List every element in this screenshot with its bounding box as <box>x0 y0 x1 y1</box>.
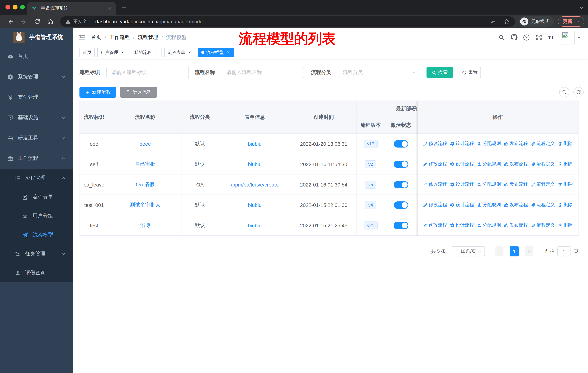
avatar[interactable] <box>561 30 575 44</box>
cell-name-link[interactable]: OA 请假 <box>136 181 155 188</box>
tab-search-chevron-icon[interactable] <box>579 5 584 10</box>
create-flow-button[interactable]: 新建流程 <box>79 87 116 98</box>
action-设计流程[interactable]: 设计流程 <box>450 161 474 167</box>
action-删除[interactable]: 删除 <box>558 181 573 188</box>
cell-name-link[interactable]: 测试多审批人 <box>130 202 160 208</box>
sidebar-logo[interactable]: 芋道管理系统 <box>0 28 73 46</box>
home-button[interactable] <box>47 18 53 25</box>
tag-close-icon[interactable]: × <box>120 50 125 55</box>
show-search-mini-button[interactable] <box>559 87 569 97</box>
action-修改流程[interactable]: 修改流程 <box>423 161 447 167</box>
update-button[interactable]: 更新 <box>558 16 584 27</box>
action-修改流程[interactable]: 修改流程 <box>423 222 447 228</box>
tag-首页[interactable]: 首页 <box>79 48 95 57</box>
refresh-mini-button[interactable] <box>573 87 584 97</box>
action-修改流程[interactable]: 修改流程 <box>423 141 447 147</box>
filter-select-2[interactable]: 流程分类 <box>338 67 420 78</box>
version-tag[interactable]: v5 <box>365 181 376 189</box>
help-icon[interactable] <box>522 33 531 42</box>
action-设计流程[interactable]: 设计流程 <box>450 141 474 147</box>
action-设计流程[interactable]: 设计流程 <box>450 181 474 188</box>
tag-close-icon[interactable]: × <box>187 50 192 55</box>
cell-name-link[interactable]: 滔博 <box>140 222 150 229</box>
action-流程定义[interactable]: 流程定义 <box>531 222 555 228</box>
version-tag[interactable]: v2 <box>365 160 376 168</box>
tab-close-icon[interactable]: ✕ <box>108 6 112 11</box>
sidebar-item-8[interactable]: 用户分组 <box>0 207 73 225</box>
goto-page-input[interactable]: 1 <box>557 246 570 256</box>
sidebar-item-2[interactable]: 支付管理 <box>0 87 73 107</box>
sidebar-item-0[interactable]: 首页 <box>0 46 73 67</box>
tag-close-icon[interactable]: × <box>153 50 158 55</box>
action-分配规则[interactable]: 分配规则 <box>477 181 501 188</box>
cell-name-link[interactable]: eeee <box>139 141 151 147</box>
cell-name-link[interactable]: 自己审批 <box>135 161 155 167</box>
sidebar-item-7[interactable]: 流程表单 <box>0 188 73 207</box>
new-tab-button[interactable] <box>121 4 127 10</box>
active-toggle[interactable] <box>394 181 408 188</box>
action-删除[interactable]: 删除 <box>558 141 573 147</box>
font-size-icon[interactable]: TT <box>547 33 556 42</box>
action-分配规则[interactable]: 分配规则 <box>477 161 501 167</box>
action-发布流程[interactable]: 发布流程 <box>504 141 528 147</box>
security-label[interactable]: 不安全 <box>73 18 87 25</box>
action-发布流程[interactable]: 发布流程 <box>504 181 528 188</box>
cell-form-link[interactable]: biubiu <box>248 222 262 228</box>
forward-button[interactable] <box>21 18 27 25</box>
action-删除[interactable]: 删除 <box>558 202 573 208</box>
current-page-button[interactable]: 1 <box>510 246 519 256</box>
action-发布流程[interactable]: 发布流程 <box>504 202 528 208</box>
action-修改流程[interactable]: 修改流程 <box>423 202 447 208</box>
search-icon[interactable] <box>497 33 506 42</box>
avatar-caret-icon[interactable] <box>577 36 581 39</box>
sidebar-item-6[interactable]: 流程管理 <box>0 169 73 188</box>
active-toggle[interactable] <box>394 161 408 168</box>
tag-我的流程[interactable]: 我的流程× <box>131 48 162 57</box>
action-设计流程[interactable]: 设计流程 <box>450 202 474 208</box>
active-toggle[interactable] <box>394 222 408 229</box>
action-删除[interactable]: 删除 <box>558 222 573 228</box>
filter-input-0[interactable]: 请输入流程标识 <box>106 67 189 78</box>
prev-page-button[interactable] <box>495 246 504 256</box>
window-minimize-button[interactable] <box>13 5 18 10</box>
action-发布流程[interactable]: 发布流程 <box>504 161 528 167</box>
github-icon[interactable] <box>510 33 518 42</box>
action-流程定义[interactable]: 流程定义 <box>531 141 555 147</box>
active-toggle[interactable] <box>394 140 408 147</box>
version-tag[interactable]: v4 <box>365 201 376 209</box>
reset-button[interactable]: 重置 <box>459 67 481 78</box>
version-tag[interactable]: v17 <box>364 140 378 148</box>
action-分配规则[interactable]: 分配规则 <box>477 222 501 228</box>
tag-流程模型[interactable]: 流程模型× <box>198 48 234 57</box>
cell-form-link[interactable]: biubiu <box>248 202 262 208</box>
breadcrumb-item[interactable]: 流程管理 <box>138 34 158 40</box>
active-toggle[interactable] <box>394 201 408 209</box>
hamburger-icon[interactable] <box>78 33 86 41</box>
action-分配规则[interactable]: 分配规则 <box>477 141 501 147</box>
version-tag[interactable]: v21 <box>364 221 378 229</box>
breadcrumb-item[interactable]: 首页 <box>91 34 101 40</box>
sidebar-item-9[interactable]: 流程模型 <box>0 225 73 244</box>
action-删除[interactable]: 删除 <box>558 161 573 167</box>
reload-button[interactable] <box>34 18 41 25</box>
cell-form-link[interactable]: biubiu <box>248 141 262 147</box>
action-设计流程[interactable]: 设计流程 <box>450 222 474 228</box>
tag-租户管理[interactable]: 租户管理× <box>97 48 128 57</box>
import-flow-button[interactable]: 导入流程 <box>120 87 157 98</box>
action-发布流程[interactable]: 发布流程 <box>504 222 528 228</box>
password-key-icon[interactable] <box>490 18 496 25</box>
cell-form-link[interactable]: biubiu <box>248 161 262 167</box>
sidebar-item-5[interactable]: 工作流程 <box>0 148 73 169</box>
next-page-button[interactable] <box>525 246 533 256</box>
address-bar[interactable]: 不安全 dashboard.yudao.iocoder.cn/bpm/manag… <box>60 16 515 27</box>
sidebar-item-10[interactable]: 任务管理 <box>0 244 73 263</box>
sidebar-item-3[interactable]: 基础设施 <box>0 107 73 128</box>
bookmark-star-icon[interactable] <box>504 18 510 25</box>
window-zoom-button[interactable] <box>20 5 25 10</box>
action-流程定义[interactable]: 流程定义 <box>531 161 555 167</box>
browser-tab[interactable]: 芋道管理系统 ✕ <box>27 2 116 15</box>
action-流程定义[interactable]: 流程定义 <box>531 181 555 188</box>
browser-menu-dots-icon[interactable] <box>576 19 581 24</box>
cell-form-link[interactable]: /bpm/oa/leave/create <box>231 181 279 187</box>
window-close-button[interactable] <box>5 5 10 10</box>
